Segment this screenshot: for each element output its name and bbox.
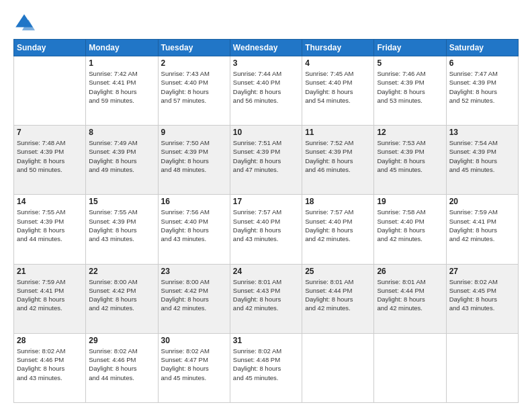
day-number: 17 <box>233 197 299 206</box>
day-info: Sunrise: 7:52 AM Sunset: 4:39 PM Dayligh… <box>305 138 371 174</box>
weekday-header-saturday: Saturday <box>446 40 518 56</box>
day-cell: 1Sunrise: 7:42 AM Sunset: 4:41 PM Daylig… <box>86 56 158 126</box>
week-row-3: 14Sunrise: 7:55 AM Sunset: 4:39 PM Dayli… <box>14 195 519 264</box>
weekday-header-monday: Monday <box>86 40 158 56</box>
day-cell: 14Sunrise: 7:55 AM Sunset: 4:39 PM Dayli… <box>14 195 86 264</box>
day-info: Sunrise: 8:01 AM Sunset: 4:44 PM Dayligh… <box>377 277 443 313</box>
day-info: Sunrise: 7:57 AM Sunset: 4:40 PM Dayligh… <box>305 208 371 243</box>
day-info: Sunrise: 7:44 AM Sunset: 4:40 PM Dayligh… <box>233 69 299 105</box>
day-cell: 26Sunrise: 8:01 AM Sunset: 4:44 PM Dayli… <box>374 264 446 333</box>
day-cell: 18Sunrise: 7:57 AM Sunset: 4:40 PM Dayli… <box>302 195 374 264</box>
day-info: Sunrise: 7:57 AM Sunset: 4:40 PM Dayligh… <box>233 208 299 243</box>
day-number: 14 <box>17 197 83 206</box>
day-number: 16 <box>161 197 227 206</box>
day-cell <box>374 333 446 402</box>
day-cell: 30Sunrise: 8:02 AM Sunset: 4:47 PM Dayli… <box>158 333 230 402</box>
day-number: 20 <box>449 197 515 206</box>
day-cell <box>14 56 86 126</box>
day-number: 31 <box>233 336 299 345</box>
day-number: 24 <box>233 267 299 276</box>
logo <box>13 12 39 34</box>
day-number: 8 <box>89 128 154 137</box>
day-cell: 5Sunrise: 7:46 AM Sunset: 4:39 PM Daylig… <box>374 56 446 126</box>
week-row-1: 1Sunrise: 7:42 AM Sunset: 4:41 PM Daylig… <box>14 56 519 126</box>
day-number: 29 <box>89 336 154 345</box>
day-number: 28 <box>17 336 83 345</box>
day-info: Sunrise: 8:02 AM Sunset: 4:45 PM Dayligh… <box>449 277 515 313</box>
day-info: Sunrise: 7:42 AM Sunset: 4:41 PM Dayligh… <box>89 69 154 105</box>
day-info: Sunrise: 8:00 AM Sunset: 4:42 PM Dayligh… <box>89 277 154 313</box>
day-cell: 9Sunrise: 7:50 AM Sunset: 4:39 PM Daylig… <box>158 126 230 195</box>
day-number: 9 <box>161 128 227 137</box>
day-number: 18 <box>305 197 371 206</box>
day-number: 21 <box>17 267 83 276</box>
day-info: Sunrise: 8:02 AM Sunset: 4:46 PM Dayligh… <box>17 347 83 382</box>
day-info: Sunrise: 8:00 AM Sunset: 4:42 PM Dayligh… <box>161 277 227 313</box>
day-info: Sunrise: 7:55 AM Sunset: 4:39 PM Dayligh… <box>17 208 83 243</box>
day-info: Sunrise: 7:53 AM Sunset: 4:39 PM Dayligh… <box>377 138 443 174</box>
day-cell: 22Sunrise: 8:00 AM Sunset: 4:42 PM Dayli… <box>86 264 158 333</box>
day-number: 26 <box>377 267 443 276</box>
day-cell: 28Sunrise: 8:02 AM Sunset: 4:46 PM Dayli… <box>14 333 86 402</box>
day-info: Sunrise: 7:59 AM Sunset: 4:41 PM Dayligh… <box>17 277 83 313</box>
day-number: 25 <box>305 267 371 276</box>
weekday-header-wednesday: Wednesday <box>230 40 302 56</box>
calendar-table: SundayMondayTuesdayWednesdayThursdayFrid… <box>13 39 519 403</box>
day-cell <box>446 333 518 402</box>
day-cell: 12Sunrise: 7:53 AM Sunset: 4:39 PM Dayli… <box>374 126 446 195</box>
week-row-5: 28Sunrise: 8:02 AM Sunset: 4:46 PM Dayli… <box>14 333 519 402</box>
weekday-header-sunday: Sunday <box>14 40 86 56</box>
day-cell: 19Sunrise: 7:58 AM Sunset: 4:40 PM Dayli… <box>374 195 446 264</box>
day-cell: 11Sunrise: 7:52 AM Sunset: 4:39 PM Dayli… <box>302 126 374 195</box>
weekday-header-friday: Friday <box>374 40 446 56</box>
day-info: Sunrise: 7:48 AM Sunset: 4:39 PM Dayligh… <box>17 138 83 174</box>
day-number: 2 <box>161 58 227 68</box>
day-cell: 25Sunrise: 8:01 AM Sunset: 4:44 PM Dayli… <box>302 264 374 333</box>
day-cell: 29Sunrise: 8:02 AM Sunset: 4:46 PM Dayli… <box>86 333 158 402</box>
week-row-4: 21Sunrise: 7:59 AM Sunset: 4:41 PM Dayli… <box>14 264 519 333</box>
day-cell: 23Sunrise: 8:00 AM Sunset: 4:42 PM Dayli… <box>158 264 230 333</box>
day-cell: 24Sunrise: 8:01 AM Sunset: 4:43 PM Dayli… <box>230 264 302 333</box>
day-number: 7 <box>17 128 83 137</box>
day-number: 5 <box>377 58 443 68</box>
day-cell: 15Sunrise: 7:55 AM Sunset: 4:39 PM Dayli… <box>86 195 158 264</box>
day-cell: 13Sunrise: 7:54 AM Sunset: 4:39 PM Dayli… <box>446 126 518 195</box>
day-info: Sunrise: 7:58 AM Sunset: 4:40 PM Dayligh… <box>377 208 443 243</box>
day-number: 15 <box>89 197 154 206</box>
day-cell: 27Sunrise: 8:02 AM Sunset: 4:45 PM Dayli… <box>446 264 518 333</box>
day-cell: 17Sunrise: 7:57 AM Sunset: 4:40 PM Dayli… <box>230 195 302 264</box>
day-cell <box>302 333 374 402</box>
day-info: Sunrise: 7:47 AM Sunset: 4:39 PM Dayligh… <box>449 69 515 105</box>
day-info: Sunrise: 7:55 AM Sunset: 4:39 PM Dayligh… <box>89 208 154 243</box>
day-number: 11 <box>305 128 371 137</box>
day-number: 4 <box>305 58 371 68</box>
day-number: 6 <box>449 58 515 68</box>
day-cell: 20Sunrise: 7:59 AM Sunset: 4:41 PM Dayli… <box>446 195 518 264</box>
day-number: 3 <box>233 58 299 68</box>
day-info: Sunrise: 7:45 AM Sunset: 4:40 PM Dayligh… <box>305 69 371 105</box>
day-number: 12 <box>377 128 443 137</box>
day-info: Sunrise: 8:01 AM Sunset: 4:43 PM Dayligh… <box>233 277 299 313</box>
day-cell: 7Sunrise: 7:48 AM Sunset: 4:39 PM Daylig… <box>14 126 86 195</box>
day-cell: 31Sunrise: 8:02 AM Sunset: 4:48 PM Dayli… <box>230 333 302 402</box>
day-info: Sunrise: 7:51 AM Sunset: 4:39 PM Dayligh… <box>233 138 299 174</box>
day-cell: 3Sunrise: 7:44 AM Sunset: 4:40 PM Daylig… <box>230 56 302 126</box>
day-number: 13 <box>449 128 515 137</box>
logo-icon <box>13 12 35 34</box>
day-number: 22 <box>89 267 154 276</box>
day-info: Sunrise: 7:43 AM Sunset: 4:40 PM Dayligh… <box>161 69 227 105</box>
day-cell: 8Sunrise: 7:49 AM Sunset: 4:39 PM Daylig… <box>86 126 158 195</box>
day-cell: 10Sunrise: 7:51 AM Sunset: 4:39 PM Dayli… <box>230 126 302 195</box>
day-number: 1 <box>89 58 154 68</box>
day-cell: 16Sunrise: 7:56 AM Sunset: 4:40 PM Dayli… <box>158 195 230 264</box>
day-info: Sunrise: 7:50 AM Sunset: 4:39 PM Dayligh… <box>161 138 227 174</box>
day-info: Sunrise: 8:02 AM Sunset: 4:48 PM Dayligh… <box>233 347 299 382</box>
day-cell: 2Sunrise: 7:43 AM Sunset: 4:40 PM Daylig… <box>158 56 230 126</box>
day-info: Sunrise: 7:59 AM Sunset: 4:41 PM Dayligh… <box>449 208 515 243</box>
day-cell: 4Sunrise: 7:45 AM Sunset: 4:40 PM Daylig… <box>302 56 374 126</box>
day-info: Sunrise: 7:49 AM Sunset: 4:39 PM Dayligh… <box>89 138 154 174</box>
day-info: Sunrise: 7:54 AM Sunset: 4:39 PM Dayligh… <box>449 138 515 174</box>
week-row-2: 7Sunrise: 7:48 AM Sunset: 4:39 PM Daylig… <box>14 126 519 195</box>
page: SundayMondayTuesdayWednesdayThursdayFrid… <box>0 0 532 411</box>
weekday-header-tuesday: Tuesday <box>158 40 230 56</box>
